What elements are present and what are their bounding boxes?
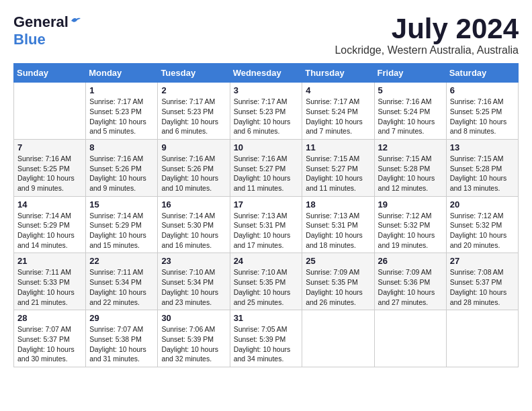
calendar-cell: 6Sunrise: 7:16 AM Sunset: 5:25 PM Daylig… (446, 83, 518, 140)
calendar-cell: 13Sunrise: 7:15 AM Sunset: 5:28 PM Dayli… (446, 139, 518, 196)
day-info: Sunrise: 7:09 AM Sunset: 5:35 PM Dayligh… (306, 267, 370, 307)
calendar-cell: 3Sunrise: 7:17 AM Sunset: 5:23 PM Daylig… (230, 83, 302, 140)
day-number: 11 (306, 142, 370, 152)
day-number: 3 (234, 85, 299, 95)
day-info: Sunrise: 7:10 AM Sunset: 5:35 PM Dayligh… (234, 267, 299, 307)
calendar-cell: 15Sunrise: 7:14 AM Sunset: 5:29 PM Dayli… (86, 196, 158, 253)
day-number: 24 (234, 256, 299, 266)
day-number: 31 (234, 313, 299, 323)
calendar-cell: 25Sunrise: 7:09 AM Sunset: 5:35 PM Dayli… (302, 253, 374, 310)
day-info: Sunrise: 7:16 AM Sunset: 5:27 PM Dayligh… (234, 154, 299, 193)
calendar-cell: 17Sunrise: 7:13 AM Sunset: 5:31 PM Dayli… (230, 196, 302, 253)
day-info: Sunrise: 7:15 AM Sunset: 5:28 PM Dayligh… (378, 154, 443, 193)
day-number: 20 (450, 199, 515, 210)
day-number: 9 (161, 142, 226, 152)
calendar-cell (14, 83, 86, 140)
day-info: Sunrise: 7:13 AM Sunset: 5:31 PM Dayligh… (306, 211, 370, 250)
logo: General Blue (13, 13, 82, 48)
calendar-cell: 1Sunrise: 7:17 AM Sunset: 5:23 PM Daylig… (86, 83, 158, 140)
day-number: 28 (17, 313, 82, 323)
day-info: Sunrise: 7:16 AM Sunset: 5:25 PM Dayligh… (450, 97, 515, 136)
calendar-cell: 8Sunrise: 7:16 AM Sunset: 5:26 PM Daylig… (86, 139, 158, 196)
calendar-weekday-header: Tuesday (158, 64, 230, 83)
day-number: 10 (234, 142, 299, 152)
day-info: Sunrise: 7:12 AM Sunset: 5:32 PM Dayligh… (450, 211, 515, 250)
calendar-cell: 22Sunrise: 7:11 AM Sunset: 5:34 PM Dayli… (86, 253, 158, 310)
calendar-cell: 19Sunrise: 7:12 AM Sunset: 5:32 PM Dayli… (374, 196, 446, 253)
calendar-cell: 26Sunrise: 7:09 AM Sunset: 5:36 PM Dayli… (374, 253, 446, 310)
day-info: Sunrise: 7:16 AM Sunset: 5:26 PM Dayligh… (161, 154, 226, 193)
day-number: 22 (89, 256, 154, 266)
calendar-cell: 7Sunrise: 7:16 AM Sunset: 5:25 PM Daylig… (14, 139, 86, 196)
logo-blue: Blue (13, 31, 46, 48)
day-number: 13 (450, 142, 515, 152)
page-header: General Blue July 2024 Lockridge, Wester… (13, 13, 519, 56)
calendar-table: SundayMondayTuesdayWednesdayThursdayFrid… (13, 63, 519, 367)
calendar-cell: 23Sunrise: 7:10 AM Sunset: 5:34 PM Dayli… (158, 253, 230, 310)
day-number: 18 (306, 199, 370, 210)
day-info: Sunrise: 7:11 AM Sunset: 5:34 PM Dayligh… (89, 267, 154, 307)
day-number: 1 (89, 85, 154, 95)
calendar-cell: 18Sunrise: 7:13 AM Sunset: 5:31 PM Dayli… (302, 196, 374, 253)
day-info: Sunrise: 7:16 AM Sunset: 5:24 PM Dayligh… (378, 97, 443, 136)
calendar-weekday-header: Monday (86, 64, 158, 83)
day-info: Sunrise: 7:08 AM Sunset: 5:37 PM Dayligh… (450, 267, 515, 307)
calendar-cell: 20Sunrise: 7:12 AM Sunset: 5:32 PM Dayli… (446, 196, 518, 253)
day-info: Sunrise: 7:11 AM Sunset: 5:33 PM Dayligh… (17, 267, 82, 307)
calendar-weekday-header: Wednesday (230, 64, 302, 83)
title-area: July 2024 Lockridge, Western Australia, … (335, 13, 519, 56)
day-info: Sunrise: 7:14 AM Sunset: 5:30 PM Dayligh… (161, 211, 226, 250)
calendar-week-row: 28Sunrise: 7:07 AM Sunset: 5:37 PM Dayli… (14, 310, 519, 367)
day-info: Sunrise: 7:17 AM Sunset: 5:23 PM Dayligh… (161, 97, 226, 136)
day-info: Sunrise: 7:16 AM Sunset: 5:26 PM Dayligh… (89, 154, 154, 193)
day-info: Sunrise: 7:07 AM Sunset: 5:37 PM Dayligh… (17, 324, 82, 364)
month-title: July 2024 (335, 13, 519, 44)
logo-bird-icon (70, 15, 82, 26)
calendar-weekday-header: Sunday (14, 64, 86, 83)
calendar-cell: 10Sunrise: 7:16 AM Sunset: 5:27 PM Dayli… (230, 139, 302, 196)
calendar-weekday-header: Saturday (446, 64, 518, 83)
day-info: Sunrise: 7:07 AM Sunset: 5:38 PM Dayligh… (89, 324, 154, 364)
calendar-weekday-header: Thursday (302, 64, 374, 83)
calendar-cell (446, 310, 518, 367)
calendar-cell: 27Sunrise: 7:08 AM Sunset: 5:37 PM Dayli… (446, 253, 518, 310)
day-info: Sunrise: 7:13 AM Sunset: 5:31 PM Dayligh… (234, 211, 299, 250)
day-number: 14 (17, 199, 82, 210)
day-number: 25 (306, 256, 370, 266)
calendar-cell: 24Sunrise: 7:10 AM Sunset: 5:35 PM Dayli… (230, 253, 302, 310)
day-info: Sunrise: 7:15 AM Sunset: 5:27 PM Dayligh… (306, 154, 370, 193)
day-info: Sunrise: 7:10 AM Sunset: 5:34 PM Dayligh… (161, 267, 226, 307)
day-number: 19 (378, 199, 443, 210)
day-number: 23 (161, 256, 226, 266)
location-title: Lockridge, Western Australia, Australia (335, 44, 519, 56)
day-info: Sunrise: 7:16 AM Sunset: 5:25 PM Dayligh… (17, 154, 82, 193)
day-number: 27 (450, 256, 515, 266)
day-number: 7 (17, 142, 82, 152)
day-number: 17 (234, 199, 299, 210)
calendar-week-row: 14Sunrise: 7:14 AM Sunset: 5:29 PM Dayli… (14, 196, 519, 253)
day-info: Sunrise: 7:14 AM Sunset: 5:29 PM Dayligh… (17, 211, 82, 250)
day-number: 5 (378, 85, 443, 95)
calendar-cell (374, 310, 446, 367)
calendar-cell: 4Sunrise: 7:17 AM Sunset: 5:24 PM Daylig… (302, 83, 374, 140)
day-info: Sunrise: 7:05 AM Sunset: 5:39 PM Dayligh… (234, 324, 299, 364)
calendar-cell: 30Sunrise: 7:06 AM Sunset: 5:39 PM Dayli… (158, 310, 230, 367)
calendar-cell: 28Sunrise: 7:07 AM Sunset: 5:37 PM Dayli… (14, 310, 86, 367)
day-info: Sunrise: 7:17 AM Sunset: 5:23 PM Dayligh… (234, 97, 299, 136)
calendar-cell: 21Sunrise: 7:11 AM Sunset: 5:33 PM Dayli… (14, 253, 86, 310)
logo-general: General (13, 13, 69, 31)
day-number: 4 (306, 85, 370, 95)
day-info: Sunrise: 7:14 AM Sunset: 5:29 PM Dayligh… (89, 211, 154, 250)
day-number: 6 (450, 85, 515, 95)
day-info: Sunrise: 7:09 AM Sunset: 5:36 PM Dayligh… (378, 267, 443, 307)
calendar-cell: 16Sunrise: 7:14 AM Sunset: 5:30 PM Dayli… (158, 196, 230, 253)
calendar-week-row: 1Sunrise: 7:17 AM Sunset: 5:23 PM Daylig… (14, 83, 519, 140)
day-number: 15 (89, 199, 154, 210)
calendar-cell: 9Sunrise: 7:16 AM Sunset: 5:26 PM Daylig… (158, 139, 230, 196)
day-info: Sunrise: 7:17 AM Sunset: 5:23 PM Dayligh… (89, 97, 154, 136)
day-number: 16 (161, 199, 226, 210)
day-number: 29 (89, 313, 154, 323)
calendar-week-row: 21Sunrise: 7:11 AM Sunset: 5:33 PM Dayli… (14, 253, 519, 310)
calendar-cell (302, 310, 374, 367)
calendar-cell: 12Sunrise: 7:15 AM Sunset: 5:28 PM Dayli… (374, 139, 446, 196)
